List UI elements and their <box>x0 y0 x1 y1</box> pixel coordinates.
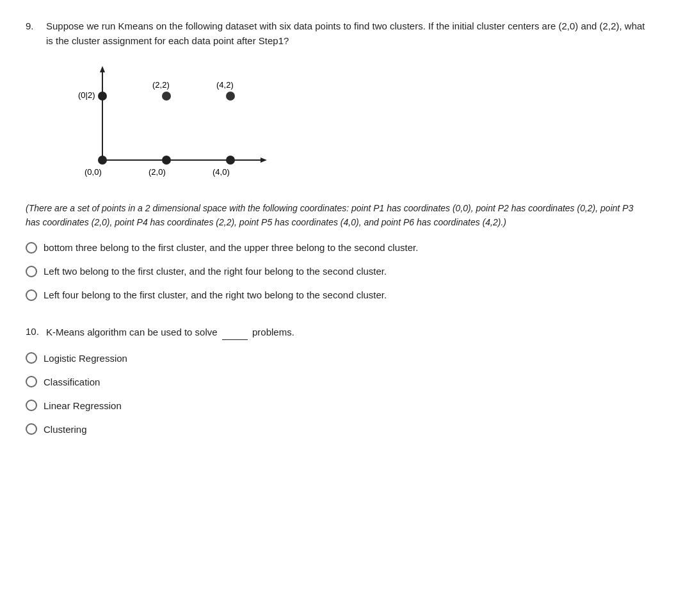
svg-text:(0|2): (0|2) <box>78 90 95 100</box>
svg-text:(0,0): (0,0) <box>84 167 102 177</box>
question-10-number: 10. <box>26 325 46 339</box>
svg-marker-1 <box>100 66 105 72</box>
q10-option-4[interactable]: Clustering <box>26 423 648 436</box>
q10-text-after: problems. <box>252 327 294 337</box>
svg-text:(4,2): (4,2) <box>216 80 234 90</box>
question-10-options: Logistic Regression Classification Linea… <box>26 352 648 436</box>
svg-point-8 <box>226 92 235 101</box>
q10-option-3-label: Linear Regression <box>44 399 122 412</box>
graph-container: (0|2) (2,2) (4,2) (0,0) (2,0) (4,0) <box>64 61 282 189</box>
question-9: 9. Suppose we run Kmeans on the followin… <box>26 19 648 302</box>
q10-radio-4[interactable] <box>26 423 37 435</box>
question-9-number: 9. <box>26 19 46 34</box>
svg-point-4 <box>98 92 107 101</box>
svg-text:(4,0): (4,0) <box>213 167 230 177</box>
q9-option-1[interactable]: bottom three belong to the first cluster… <box>26 241 648 254</box>
coordinate-graph: (0|2) (2,2) (4,2) (0,0) (2,0) (4,0) <box>64 61 282 189</box>
q9-radio-3[interactable] <box>26 289 37 301</box>
svg-text:(2,2): (2,2) <box>152 80 170 90</box>
q10-radio-2[interactable] <box>26 376 37 387</box>
q9-option-2-label: Left two belong to the first cluster, an… <box>44 264 387 278</box>
question-10-body: K-Means algorithm can be used to solve p… <box>46 325 648 340</box>
question-10: 10. K-Means algorithm can be used to sol… <box>26 325 648 436</box>
q9-option-2[interactable]: Left two belong to the first cluster, an… <box>26 264 648 278</box>
q9-radio-2[interactable] <box>26 266 37 277</box>
svg-point-12 <box>162 156 171 165</box>
q10-option-2-label: Classification <box>44 375 100 389</box>
q9-option-3-label: Left four belong to the first cluster, a… <box>44 288 387 302</box>
svg-point-6 <box>162 92 171 101</box>
question-9-options: bottom three belong to the first cluster… <box>26 241 648 302</box>
q10-text-before: K-Means algorithm can be used to solve <box>46 327 218 337</box>
q10-blank <box>222 325 248 340</box>
question-9-body: Suppose we run Kmeans on the following d… <box>46 19 648 48</box>
q10-option-2[interactable]: Classification <box>26 375 648 389</box>
q10-option-1[interactable]: Logistic Regression <box>26 352 648 365</box>
svg-text:(2,0): (2,0) <box>148 167 166 177</box>
q9-radio-1[interactable] <box>26 242 37 254</box>
q9-option-1-label: bottom three belong to the first cluster… <box>44 241 418 254</box>
q10-option-4-label: Clustering <box>44 423 87 436</box>
question-10-text: 10. K-Means algorithm can be used to sol… <box>26 325 648 340</box>
q10-radio-1[interactable] <box>26 352 37 364</box>
q10-option-1-label: Logistic Regression <box>44 352 127 365</box>
question-9-text: 9. Suppose we run Kmeans on the followin… <box>26 19 648 48</box>
svg-marker-3 <box>261 158 267 163</box>
q9-option-3[interactable]: Left four belong to the first cluster, a… <box>26 288 648 302</box>
q10-radio-3[interactable] <box>26 400 37 411</box>
svg-point-14 <box>226 156 235 165</box>
q10-option-3[interactable]: Linear Regression <box>26 399 648 412</box>
svg-point-10 <box>98 156 107 165</box>
graph-description: (There are a set of points in a 2 dimens… <box>26 202 648 229</box>
